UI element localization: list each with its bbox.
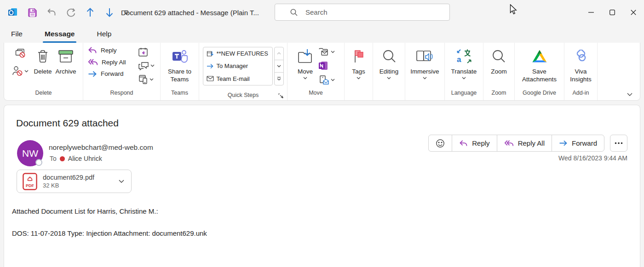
message-action-bar: Reply Reply All Forward [428, 135, 604, 152]
attachment-menu-button[interactable] [115, 172, 128, 191]
message-pane: Document 629 attached Reply Reply All [4, 105, 640, 267]
save-icon[interactable] [26, 6, 39, 19]
maximize-button[interactable] [602, 0, 623, 25]
chevron-down-icon [150, 64, 155, 67]
viva-insights-button[interactable]: Viva Insights [565, 43, 597, 90]
block-sender-button[interactable] [12, 66, 29, 76]
more-actions-button[interactable] [610, 135, 627, 152]
quick-steps-box: **NEW FEATURES To Manager Team E-mail [203, 47, 273, 85]
quick-steps-dialog-launcher[interactable] [278, 93, 283, 98]
group-label-immersive [405, 90, 444, 100]
quick-steps-more[interactable] [275, 72, 283, 85]
ribbon-group-delete: Delete Archive Delete [4, 43, 83, 100]
ribbon-group-editing: Editing [373, 43, 405, 100]
quick-steps-scroll-up[interactable] [275, 47, 283, 60]
to-label: To [50, 155, 57, 162]
reply-button[interactable]: Reply [88, 46, 126, 54]
move-up-icon[interactable] [84, 6, 97, 19]
quick-step-new-features[interactable]: **NEW FEATURES [203, 47, 272, 60]
mouse-cursor [510, 4, 518, 15]
recipient-line: To Alice Uhrick [50, 155, 102, 162]
reply-header-button[interactable]: Reply [452, 135, 496, 151]
reply-by-phone-button[interactable] [138, 74, 154, 84]
google-drive-icon [532, 47, 547, 66]
flag-icon [352, 47, 365, 66]
ribbon-group-addin: Viva Insights Add-in [564, 43, 598, 100]
inbox-icon [207, 51, 214, 57]
move-button[interactable]: Move [297, 43, 314, 90]
chevron-down-icon [303, 77, 307, 80]
attachment-filename: document629.pdf [43, 174, 109, 181]
zoom-button[interactable]: Zoom [491, 43, 507, 90]
forward-arrow-icon [559, 140, 568, 146]
quick-step-team-email[interactable]: Team E-mail [203, 73, 272, 85]
undo-icon[interactable] [45, 6, 58, 19]
reply-with-meeting-button[interactable] [138, 47, 148, 57]
chevron-down-icon [423, 77, 427, 80]
pdf-icon: PDF [23, 173, 37, 190]
reply-all-button[interactable]: Reply All [88, 58, 126, 66]
group-label-respond: Respond [83, 90, 160, 100]
delete-button[interactable]: Delete [34, 43, 52, 90]
tab-file[interactable]: File [10, 27, 23, 41]
tab-help[interactable]: Help [96, 27, 112, 41]
chevron-down-icon [387, 77, 391, 80]
chevron-down-icon [356, 77, 361, 80]
quick-step-to-manager[interactable]: To Manager [203, 60, 272, 72]
move-folder-icon [297, 47, 314, 66]
forward-arrow-icon [88, 71, 97, 77]
chevron-down-icon [24, 70, 29, 73]
search-box[interactable]: Search [275, 4, 450, 21]
quick-access-toolbar [6, 0, 130, 25]
immersive-reader-icon [415, 47, 434, 66]
quick-steps-scroll-down[interactable] [275, 60, 283, 73]
group-label-move: Move [288, 90, 344, 100]
tab-message[interactable]: Message [44, 27, 75, 41]
reply-with-im-button[interactable] [138, 61, 155, 70]
magnifier-icon [382, 47, 397, 66]
search-placeholder: Search [305, 8, 328, 16]
recipient-presence-icon [60, 156, 65, 161]
body-line-1: Attached Document List for Harris, Chris… [12, 207, 158, 215]
move-down-icon[interactable] [103, 6, 116, 19]
translate-button[interactable]: a Translate [451, 43, 477, 90]
ribbon-spacer [598, 43, 640, 100]
actions-button[interactable] [318, 75, 335, 85]
ribbon: Delete Archive Delete [4, 43, 640, 101]
save-attachments-button[interactable]: Save Attachments [517, 43, 563, 90]
minimize-button[interactable] [581, 0, 602, 25]
recipient-name[interactable]: Alice Uhrick [68, 155, 102, 162]
onenote-button[interactable] [318, 61, 328, 71]
body-line-2: DOS: 11-07-2018 Type: Injection Attachme… [12, 229, 207, 237]
forward-header-button[interactable]: Forward [552, 135, 604, 151]
immersive-button[interactable]: Immersive [410, 43, 439, 90]
translate-icon: a [456, 47, 472, 66]
search-icon [290, 8, 298, 17]
group-label-quick-steps: Quick Steps [228, 92, 259, 98]
reply-arrow-icon [88, 46, 97, 54]
group-label-teams: Teams [161, 90, 199, 100]
attachment-chip[interactable]: PDF document629.pdf 32 KB [17, 170, 132, 193]
share-to-teams-button[interactable]: Share to Teams [162, 43, 197, 90]
rules-button[interactable] [318, 47, 335, 57]
archive-button[interactable]: Archive [56, 43, 76, 90]
redo-icon[interactable] [64, 6, 77, 19]
titlebar: Document 629 attached - Message (Plain T… [0, 0, 644, 25]
forward-button[interactable]: Forward [88, 70, 126, 77]
archive-icon [58, 47, 74, 66]
close-button[interactable] [623, 0, 644, 25]
reactions-button[interactable] [429, 135, 452, 151]
reply-all-header-button[interactable]: Reply All [497, 135, 552, 151]
collapse-ribbon-button[interactable] [627, 93, 632, 97]
envelope-icon [207, 76, 214, 81]
chevron-down-icon [150, 78, 154, 81]
ribbon-group-quick-steps: **NEW FEATURES To Manager Team E-mail [199, 43, 288, 100]
message-timestamp: Wed 8/16/2023 9:44 AM [558, 154, 627, 162]
sender-email[interactable]: noreplywebchart@med-web.com [49, 143, 153, 152]
ellipsis-icon [615, 142, 623, 144]
editing-button[interactable]: Editing [380, 43, 398, 90]
window-controls [581, 0, 644, 25]
group-label-delete: Delete [4, 90, 83, 100]
ignore-button[interactable] [15, 48, 26, 58]
tags-button[interactable]: Tags [352, 43, 365, 90]
